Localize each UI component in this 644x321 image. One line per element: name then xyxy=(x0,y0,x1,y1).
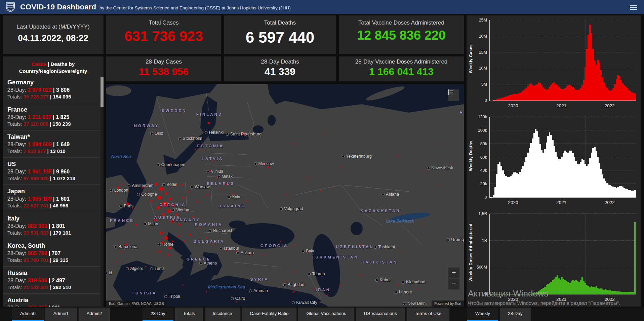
case-bubble xyxy=(212,244,214,245)
map-city-label: Stockholm xyxy=(178,136,202,141)
chart-weekly-deaths: Weekly Deaths120k100k80k60k40k20k0202020… xyxy=(467,112,641,209)
map-city-label: Helsinki xyxy=(205,130,224,135)
world-map[interactable]: SWEDENFINLANDNORWAYESTONIALATVIABELARUSC… xyxy=(106,84,464,307)
country-row[interactable]: US28-Day: 1 061 135 | 9 960Totals: 97 68… xyxy=(3,157,100,185)
total-deaths-value: 6 597 440 xyxy=(224,28,336,46)
map-country-label: R xyxy=(460,110,464,114)
country-row[interactable]: Russia28-Day: 319 546 | 2 497Totals: 21 … xyxy=(3,266,100,293)
country-28day-line: 28-Day: 2 076 022 | 3 806 xyxy=(7,87,99,93)
country-row[interactable]: Korea, South28-Day: 805 780 | 707Totals:… xyxy=(3,239,100,266)
day28-vaccine-doses-value: 1 166 041 413 xyxy=(339,66,464,77)
city-dot-icon xyxy=(178,137,181,140)
tab-admin1[interactable]: Admin1 xyxy=(45,308,77,321)
tab-case-fatality-ratio[interactable]: Case-Fatality Ratio xyxy=(242,308,297,321)
tab-admin2[interactable]: Admin2 xyxy=(79,308,110,321)
case-bubble xyxy=(421,224,422,225)
zoom-in-button[interactable]: + xyxy=(448,267,460,279)
case-bubble xyxy=(293,271,294,272)
day28-cases-label: 28-Day Cases xyxy=(106,58,221,65)
case-bubble xyxy=(424,170,426,171)
country-row[interactable]: Japan28-Day: 1 005 189 | 1 601Totals: 22… xyxy=(3,185,100,212)
tab-28-day[interactable]: 28-Day xyxy=(143,308,173,321)
y-tick-label: 120k xyxy=(478,115,487,119)
cases-label: Cases xyxy=(32,61,46,67)
layers-icon[interactable] xyxy=(448,89,459,101)
case-bubble xyxy=(192,216,194,218)
country-28day-line: 28-Day: 882 960 | 1 801 xyxy=(7,223,99,230)
tab-us-vaccinations[interactable]: US Vaccinations xyxy=(356,308,405,321)
country-totals-line: Totals: 23 531 023 | 179 101 xyxy=(7,230,99,236)
day28-cases-box: 28-Day Cases 11 538 956 xyxy=(106,56,221,81)
tab-terms-of-use[interactable]: Terms of Use xyxy=(407,308,450,321)
case-bubble xyxy=(135,224,137,226)
map-city-label: Volgograd xyxy=(280,206,303,211)
hamburger-menu-icon[interactable] xyxy=(630,4,637,11)
total-cases-value: 631 736 923 xyxy=(106,28,221,44)
country-row[interactable]: Austria28-Day: 252 967 | 211Totals: 5 45… xyxy=(3,293,100,307)
case-bubble xyxy=(182,197,184,199)
total-deaths-label: Total Deaths xyxy=(224,19,336,26)
metric-tabs: 28-DayTotalsIncidenceCase-Fatality Ratio… xyxy=(143,308,449,321)
y-tick-label: 80k xyxy=(480,142,487,146)
plot-area: 1,5B1B500M0202020212022 xyxy=(489,214,636,294)
day28-vaccine-doses-box: 28-Day Vaccine Doses Administered 1 166 … xyxy=(339,56,464,81)
admin-tabs: Admin0Admin1Admin2 xyxy=(12,308,110,321)
last-updated-value: 04.11.2022, 08:22 xyxy=(3,33,104,43)
y-tick-label: 0 xyxy=(485,292,487,296)
map-city-label: Tehran xyxy=(308,272,325,276)
country-28day-line: 28-Day: 319 546 | 2 497 xyxy=(7,277,99,284)
map-country-label: SYRIA xyxy=(250,277,269,281)
city-dot-icon xyxy=(231,297,234,300)
city-dot-icon xyxy=(254,162,257,165)
case-bubble xyxy=(169,198,172,201)
map-city-label: London xyxy=(110,188,128,193)
city-dot-icon xyxy=(128,184,131,187)
country-row[interactable]: Germany28-Day: 2 076 022 | 3 806Totals: … xyxy=(3,76,100,103)
map-sea-label: Lake Balkhash xyxy=(386,218,414,224)
map-city-label: Tripoli xyxy=(164,294,180,299)
map-city-label: id xyxy=(106,271,112,275)
city-dot-icon xyxy=(301,250,305,253)
case-bubble xyxy=(438,184,439,185)
map-city-label: Berlin xyxy=(162,182,177,187)
tab-weekly[interactable]: Weekly xyxy=(467,308,498,321)
map-country-label: LATVIA xyxy=(202,157,224,161)
country-name: Korea, South xyxy=(7,242,99,249)
country-name: Austria xyxy=(7,297,99,304)
country-list: Germany28-Day: 2 076 022 | 3 806Totals: … xyxy=(3,76,100,307)
tab-incidence[interactable]: Incidence xyxy=(205,308,240,321)
zoom-out-button[interactable]: − xyxy=(448,279,460,290)
y-tick-label: 1B xyxy=(482,238,487,243)
city-dot-icon xyxy=(209,229,212,232)
tab-28-day[interactable]: 28-Day xyxy=(500,308,531,321)
city-dot-icon xyxy=(106,272,108,275)
country-row[interactable]: Taiwan*28-Day: 1 094 609 | 1 649Totals: … xyxy=(3,130,100,157)
map-country-label: NORWAY xyxy=(134,124,159,128)
scrollbar-track[interactable] xyxy=(100,76,104,306)
scrollbar-thumb[interactable] xyxy=(100,77,104,107)
country-name: US xyxy=(7,161,99,168)
city-dot-icon xyxy=(280,207,283,210)
tab-totals[interactable]: Totals xyxy=(175,308,203,321)
map-city-label: Amman xyxy=(249,288,268,293)
x-tick-label: 2022 xyxy=(605,103,615,108)
city-dot-icon xyxy=(395,291,398,294)
tab-admin0[interactable]: Admin0 xyxy=(12,308,44,321)
y-tick-label: 15M xyxy=(479,50,487,55)
country-row[interactable]: France28-Day: 1 211 837 | 1 825Totals: 3… xyxy=(3,103,100,130)
total-cases-label: Total Cases xyxy=(106,19,221,26)
covid-dashboard: COVID-19 Dashboard by the Center for Sys… xyxy=(0,0,644,321)
case-bubble xyxy=(268,167,269,168)
y-tick-label: 5M xyxy=(481,82,487,87)
case-bubble xyxy=(184,241,185,242)
city-dot-icon xyxy=(217,175,220,178)
day28-deaths-value: 41 339 xyxy=(224,66,336,77)
case-bubble xyxy=(293,143,294,145)
powered-by-esri[interactable]: Powered by Esri xyxy=(432,300,464,307)
tab-global-vaccinations[interactable]: Global Vaccinations xyxy=(298,308,354,321)
city-dot-icon xyxy=(228,196,231,199)
deaths-by-label: Deaths by xyxy=(51,61,75,67)
city-dot-icon xyxy=(190,186,193,189)
country-row[interactable]: Italy28-Day: 882 960 | 1 801Totals: 23 5… xyxy=(3,212,100,239)
map-country-label: SWEDEN xyxy=(162,109,187,113)
